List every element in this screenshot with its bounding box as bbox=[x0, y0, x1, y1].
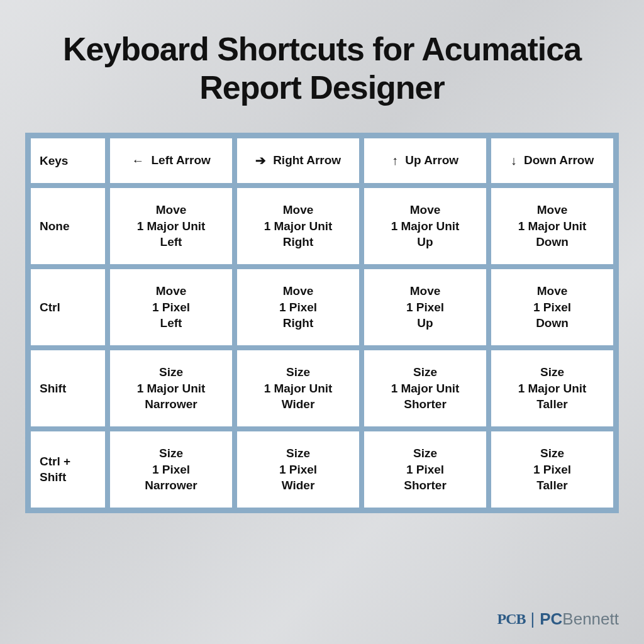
cell: Move 1 Major Unit Down bbox=[491, 187, 614, 265]
cell: Size 1 Major Unit Shorter bbox=[364, 350, 487, 427]
cell: Size 1 Major Unit Wider bbox=[236, 350, 360, 427]
table-row: None Move 1 Major Unit Left Move 1 Major… bbox=[30, 187, 614, 265]
column-header-keys: Keys bbox=[30, 138, 106, 184]
cell: Move 1 Pixel Left bbox=[109, 269, 233, 346]
column-header-up-label: Up Arrow bbox=[405, 153, 458, 167]
page-container: Keyboard Shortcuts for Acumatica Report … bbox=[0, 0, 644, 644]
cell: Move 1 Pixel Down bbox=[491, 269, 614, 346]
cell: Size 1 Pixel Wider bbox=[236, 431, 360, 508]
footer: PCB | PCBennett bbox=[25, 602, 619, 629]
logo-text-light: Bennett bbox=[562, 609, 619, 628]
cell: Move 1 Pixel Up bbox=[364, 269, 487, 346]
table-header-row: Keys ← Left Arrow ➔ Right Arrow ↑ Up Arr… bbox=[30, 138, 614, 184]
cell: Move 1 Major Unit Left bbox=[109, 187, 233, 265]
logo-text: PCBennett bbox=[540, 609, 619, 629]
column-header-left: ← Left Arrow bbox=[109, 138, 233, 184]
row-modifier: Shift bbox=[30, 350, 106, 427]
cell: Size 1 Major Unit Taller bbox=[491, 350, 614, 427]
column-header-right: ➔ Right Arrow bbox=[236, 138, 360, 184]
column-header-down-label: Down Arrow bbox=[524, 153, 594, 167]
left-arrow-icon: ← bbox=[131, 152, 144, 169]
cell: Size 1 Pixel Narrower bbox=[109, 431, 233, 508]
row-modifier: None bbox=[30, 187, 106, 265]
row-modifier: Ctrl + Shift bbox=[30, 431, 106, 508]
cell: Size 1 Pixel Taller bbox=[491, 431, 614, 508]
table-row: Ctrl Move 1 Pixel Left Move 1 Pixel Righ… bbox=[30, 269, 614, 346]
shortcut-table: Keys ← Left Arrow ➔ Right Arrow ↑ Up Arr… bbox=[25, 133, 619, 513]
logo-text-bold: PC bbox=[540, 609, 562, 628]
column-header-down: ↓ Down Arrow bbox=[491, 138, 614, 184]
table-row: Ctrl + Shift Size 1 Pixel Narrower Size … bbox=[30, 431, 614, 508]
cell: Size 1 Major Unit Narrower bbox=[109, 350, 233, 427]
right-arrow-icon: ➔ bbox=[255, 152, 266, 169]
down-arrow-icon: ↓ bbox=[511, 152, 517, 169]
cell: Move 1 Pixel Right bbox=[236, 269, 360, 346]
logo-separator: | bbox=[530, 609, 535, 629]
column-header-right-label: Right Arrow bbox=[273, 153, 341, 167]
up-arrow-icon: ↑ bbox=[392, 152, 398, 169]
logo-mark-icon: PCB bbox=[497, 611, 525, 628]
cell: Size 1 Pixel Shorter bbox=[364, 431, 487, 508]
page-title: Keyboard Shortcuts for Acumatica Report … bbox=[25, 30, 619, 108]
row-modifier: Ctrl bbox=[30, 269, 106, 346]
cell: Move 1 Major Unit Right bbox=[236, 187, 360, 265]
table-row: Shift Size 1 Major Unit Narrower Size 1 … bbox=[30, 350, 614, 427]
column-header-up: ↑ Up Arrow bbox=[364, 138, 487, 184]
cell: Move 1 Major Unit Up bbox=[364, 187, 487, 265]
column-header-left-label: Left Arrow bbox=[151, 153, 210, 167]
